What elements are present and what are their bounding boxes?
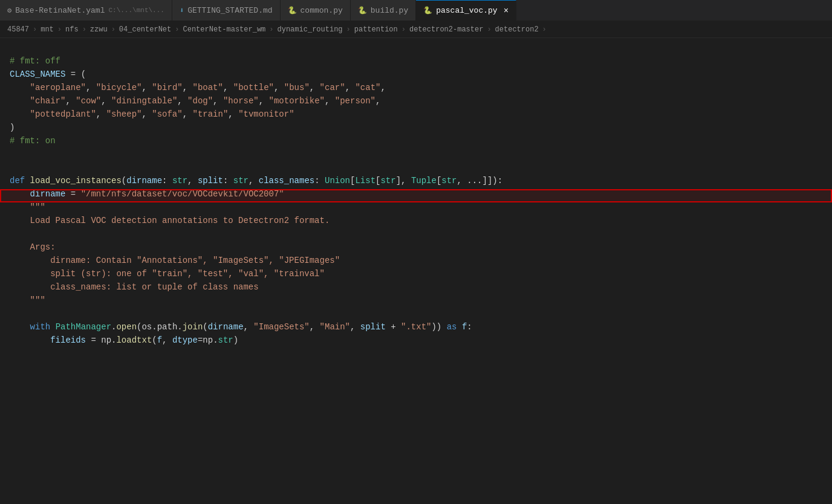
breadcrumb-item-9[interactable]: detectron2: [495, 25, 539, 34]
code-line-doc-empty: [0, 229, 832, 242]
breadcrumb-sep-7: ›: [401, 25, 406, 34]
code-line-fmt-off: # fmt: off: [0, 56, 832, 69]
breadcrumb-item-3[interactable]: zzwu: [90, 25, 108, 34]
code-kw-with: with: [10, 322, 56, 332]
breadcrumb-item-5[interactable]: CenterNet-master_wm: [183, 25, 265, 34]
code-path: path: [157, 322, 178, 332]
code-line-empty-1: [0, 43, 832, 56]
code-os: os: [141, 322, 152, 332]
code-kw-as: as: [447, 322, 462, 332]
code-fn-loadtxt: loadtxt: [116, 335, 152, 345]
code-class-names-var: CLASS_NAMES: [10, 69, 65, 79]
breadcrumb-item-8[interactable]: detectron2-master: [409, 25, 483, 34]
tab-bar: ⚙ Base-RetinaNet.yaml C:\...\mnt\... ⬇ G…: [0, 0, 832, 21]
breadcrumb-item-2[interactable]: nfs: [65, 25, 79, 34]
code-kw-def: def: [10, 176, 30, 186]
code-str-main: "Main": [320, 322, 350, 332]
code-doc-split-text: split (str): one of "train", "test", "va…: [10, 269, 325, 279]
code-fn-open: open: [116, 322, 137, 332]
code-str-dirname-value: "/mnt/nfs/dataset/voc/VOCdevkit/VOC2007": [81, 189, 284, 199]
code-var-dirname: dirname: [10, 189, 65, 199]
code-line-fmt-on: # fmt: on: [0, 136, 832, 149]
breadcrumb-item-6[interactable]: dynamic_routing: [278, 25, 343, 34]
code-doc-desc-text: Load Pascal VOC detection annotations to…: [10, 216, 330, 225]
breadcrumb-sep-0: ›: [33, 25, 37, 34]
code-line-close-paren: ): [0, 123, 832, 136]
code-str-imagesets: "ImageSets": [253, 322, 309, 332]
code-doc-args-label: Args:: [10, 242, 56, 252]
code-line-def: def load_voc_instances ( dirname : str ,…: [0, 176, 832, 189]
tab-build[interactable]: 🐍 build.py: [351, 0, 416, 21]
code-comment-fmt-on: # fmt: on: [10, 136, 56, 146]
code-line-doc-desc: Load Pascal VOC detection annotations to…: [0, 216, 832, 229]
breadcrumb-item-7[interactable]: pattention: [354, 25, 398, 34]
python-icon-build: 🐍: [358, 6, 367, 15]
code-var-split: split: [360, 322, 386, 332]
code-line-empty-2: [0, 149, 832, 163]
code-fn-name: load_voc_instances: [30, 176, 122, 186]
code-np: np: [101, 335, 111, 345]
code-line-docstring-close: """: [0, 296, 832, 309]
code-line-doc-split: split (str): one of "train", "test", "va…: [0, 269, 832, 282]
code-docstring-close: """: [10, 296, 45, 305]
breadcrumb-item-0[interactable]: 45847: [7, 25, 29, 34]
breadcrumb-sep-8: ›: [487, 25, 491, 34]
close-tab-button[interactable]: ×: [504, 6, 509, 16]
code-cls-pathmanager: PathManager: [56, 322, 111, 332]
code-var-f: f: [462, 322, 467, 332]
code-comment-fmt-off: # fmt: off: [10, 56, 60, 66]
python-icon-pascal: 🐍: [423, 6, 432, 15]
yaml-file-icon: ⚙: [7, 6, 11, 15]
code-open-paren: (: [81, 69, 86, 79]
code-line-with: with PathManager . open ( os . path . jo…: [0, 322, 832, 335]
code-doc-dirname-text: dirname: Contain "Annotations", "ImageSe…: [10, 256, 340, 265]
code-line-doc-class-names: class_names: list or tuple of class name…: [0, 282, 832, 296]
code-doc-classnames-text: class_names: list or tuple of class name…: [10, 282, 259, 292]
code-docstring-open: """: [10, 202, 45, 212]
breadcrumb-sep-2: ›: [82, 25, 86, 34]
breadcrumb-sep-5: ›: [269, 25, 273, 34]
code-cls-str: str: [218, 335, 233, 345]
tab-pascal-voc[interactable]: 🐍 pascal_voc.py ×: [416, 0, 516, 21]
tab-common[interactable]: 🐍 common.py: [281, 0, 351, 21]
python-icon-common: 🐍: [288, 6, 297, 15]
code-np2: np: [203, 335, 213, 345]
code-str-txt: ".txt": [401, 322, 431, 332]
code-line-doc-dirname: dirname: Contain "Annotations", "ImageSe…: [0, 256, 832, 269]
breadcrumb-sep-3: ›: [111, 25, 115, 34]
tab-yaml[interactable]: ⚙ Base-RetinaNet.yaml C:\...\mnt\...: [0, 0, 172, 21]
code-param-class-names: class_names: [259, 176, 314, 186]
tab-build-label: build.py: [371, 6, 408, 15]
breadcrumb: 45847 › mnt › nfs › zzwu › 04_centerNet …: [0, 21, 832, 38]
code-equals: =: [65, 69, 80, 79]
breadcrumb-item-4[interactable]: 04_centerNet: [119, 25, 171, 34]
code-line-empty-3: [0, 163, 832, 176]
breadcrumb-sep-1: ›: [57, 25, 62, 34]
code-line-fileids: fileids = np . loadtxt ( f , dtype = np …: [0, 335, 832, 349]
breadcrumb-sep-6: ›: [346, 25, 351, 34]
code-line-names-1: "aeroplane" , "bicycle" , "bird" , "boat…: [0, 83, 832, 96]
code-var-f2: f: [157, 335, 162, 345]
tab-yaml-sublabel: C:\...\mnt\...: [108, 7, 164, 14]
code-param-dtype: dtype: [172, 335, 198, 345]
code-var-fileids: fileids: [10, 335, 86, 345]
code-line-doc-args: Args:: [0, 242, 832, 256]
tab-common-label: common.py: [301, 6, 343, 15]
breadcrumb-item-1[interactable]: mnt: [41, 25, 54, 34]
code-line-docstring-open: """: [0, 202, 832, 216]
code-fn-join: join: [183, 322, 203, 332]
tab-yaml-label: Base-RetinaNet.yaml: [15, 6, 105, 15]
code-line-class-names-decl: CLASS_NAMES = (: [0, 69, 832, 83]
code-line-dirname-assign: dirname = "/mnt/nfs/dataset/voc/VOCdevki…: [0, 189, 832, 202]
tab-pascal-label: pascal_voc.py: [436, 6, 497, 15]
tab-getting-started[interactable]: ⬇ GETTING_STARTED.md: [172, 0, 281, 21]
code-editor[interactable]: # fmt: off CLASS_NAMES = ( "aeroplane" ,…: [0, 38, 832, 504]
code-line-names-3: "pottedplant" , "sheep" , "sofa" , "trai…: [0, 109, 832, 123]
breadcrumb-sep-4: ›: [175, 25, 179, 34]
code-str-aeroplane: "aeroplane": [10, 83, 86, 92]
breadcrumb-sep-9: ›: [542, 25, 547, 34]
code-line-empty-4: [0, 309, 832, 322]
code-line-names-2: "chair" , "cow" , "diningtable" , "dog" …: [0, 96, 832, 109]
code-var-dirname2: dirname: [208, 322, 244, 332]
code-param-split: split: [198, 176, 223, 186]
